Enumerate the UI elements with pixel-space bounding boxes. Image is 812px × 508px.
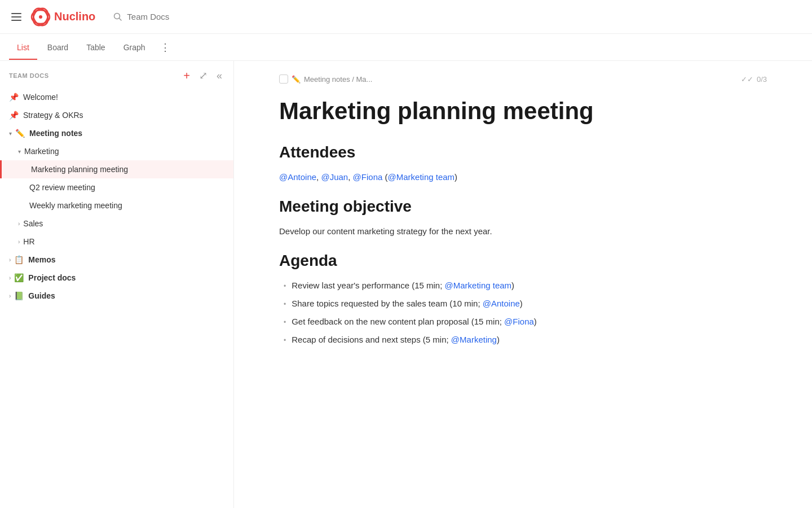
menu-button[interactable] [9,11,24,23]
mention-antoine[interactable]: @Antoine [279,172,316,182]
section-heading-attendees: Attendees [279,143,767,161]
sidebar-header: TEAM DOCS + ⤢ « [0,61,233,88]
main-layout: TEAM DOCS + ⤢ « 📌 Welcome! 📌 Strategy & … [0,61,812,508]
chevron-right-icon: › [18,221,20,227]
breadcrumb: ✏️ Meeting notes / Ma... ✓✓ 0/3 [279,75,767,84]
task-progress: 0/3 [757,75,767,84]
tab-table[interactable]: Table [78,36,113,60]
mention-fiona[interactable]: @Fiona [353,172,383,182]
search-input[interactable] [127,12,240,21]
chevron-down-icon: ▾ [18,148,21,155]
doc-checkbox[interactable] [279,75,288,84]
mention-marketing-team[interactable]: @Marketing team [387,172,454,182]
tabs-bar: List Board Table Graph ⋮ [0,34,812,61]
svg-line-5 [120,18,122,20]
collapse-button[interactable]: « [214,69,224,82]
double-check-icon: ✓✓ [741,75,753,84]
chevron-right-icon: › [9,275,11,281]
sidebar-item-hr[interactable]: › HR [0,233,233,251]
sidebar-item-marketing-planning[interactable]: Marketing planning meeting [0,160,233,178]
sidebar-actions: + ⤢ « [181,69,224,82]
sidebar-item-label: Project docs [28,273,215,282]
document-content: ✏️ Meeting notes / Ma... ✓✓ 0/3 Marketin… [234,61,812,508]
breadcrumb-right: ✓✓ 0/3 [741,75,767,84]
topbar: Nuclino [0,0,812,34]
tab-board[interactable]: Board [39,36,76,60]
section-heading-agenda: Agenda [279,252,767,270]
add-item-button[interactable]: + [181,69,192,82]
sidebar-item-marketing[interactable]: ▾ Marketing [0,142,233,160]
section-heading-objective: Meeting objective [279,198,767,216]
logo[interactable]: Nuclino [30,7,95,27]
mention-antoine-2[interactable]: @Antoine [483,299,520,308]
list-item: Recap of decisions and next steps (5 min… [279,333,767,347]
sidebar-item-project-docs[interactable]: › ✅ Project docs [0,269,233,287]
sidebar-item-welcome[interactable]: 📌 Welcome! [0,88,233,106]
memos-icon: 📋 [14,255,24,264]
sidebar-item-meeting-notes[interactable]: ▾ ✏️ Meeting notes [0,124,233,142]
sidebar-item-guides[interactable]: › 📗 Guides [0,287,233,305]
sidebar-item-label: Meeting notes [29,129,215,138]
sidebar-item-weekly-marketing[interactable]: Weekly marketing meeting [0,196,233,214]
sidebar-item-q2-review[interactable]: Q2 review meeting [0,178,233,196]
meeting-notes-icon: ✏️ [15,129,25,138]
search-bar[interactable] [113,12,240,21]
project-docs-icon: ✅ [14,273,24,282]
pin-icon: 📌 [9,93,19,102]
workspace-title: TEAM DOCS [9,72,49,79]
breadcrumb-left: ✏️ Meeting notes / Ma... [279,75,372,84]
document-title: Marketing planning meeting [279,97,767,125]
sidebar-item-label: Memos [28,255,215,264]
sidebar-item-label: Marketing [24,147,215,156]
sidebar-item-label: HR [23,237,215,246]
tabs-more-button[interactable]: ⋮ [156,37,175,58]
sidebar-item-strategy[interactable]: 📌 Strategy & OKRs [0,106,233,124]
sidebar-item-label: Weekly marketing meeting [29,201,215,210]
list-item: Share topics requested by the sales team… [279,297,767,310]
objective-paragraph: Develop our content marketing strategy f… [279,225,767,238]
sidebar: TEAM DOCS + ⤢ « 📌 Welcome! 📌 Strategy & … [0,61,234,508]
list-item: Get feedback on the new content plan pro… [279,315,767,329]
sidebar-item-label: Q2 review meeting [29,183,215,192]
mention-fiona-2[interactable]: @Fiona [504,317,534,326]
sidebar-item-label: Sales [23,219,215,228]
pin-icon: 📌 [9,111,19,120]
chevron-right-icon: › [9,257,11,263]
breadcrumb-path: Meeting notes / Ma... [304,75,372,84]
mention-marketing-2[interactable]: @Marketing [451,335,497,344]
chevron-right-icon: › [18,239,20,245]
logo-icon [30,7,51,27]
agenda-list: Review last year's performance (15 min; … [279,279,767,347]
svg-point-3 [39,15,42,19]
mention-juan[interactable]: @Juan [321,172,348,182]
guides-icon: 📗 [14,291,24,300]
sidebar-item-sales[interactable]: › Sales [0,214,233,233]
sidebar-item-memos[interactable]: › 📋 Memos [0,251,233,269]
sidebar-item-label: Guides [28,291,215,300]
sidebar-item-label: Marketing planning meeting [31,165,215,174]
sidebar-item-label: Welcome! [23,93,215,102]
chevron-down-icon: ▾ [9,130,12,137]
attendees-paragraph: @Antoine, @Juan, @Fiona (@Marketing team… [279,170,767,184]
list-item: Review last year's performance (15 min; … [279,279,767,292]
chevron-right-icon: › [9,293,11,299]
sidebar-item-label: Strategy & OKRs [23,111,215,120]
mention-marketing-team-1[interactable]: @Marketing team [445,281,512,290]
tab-graph[interactable]: Graph [116,36,153,60]
expand-button[interactable]: ⤢ [197,69,210,82]
tab-list[interactable]: List [9,36,37,60]
search-icon [113,12,122,21]
app-name: Nuclino [54,10,95,23]
doc-icon: ✏️ [292,75,301,84]
